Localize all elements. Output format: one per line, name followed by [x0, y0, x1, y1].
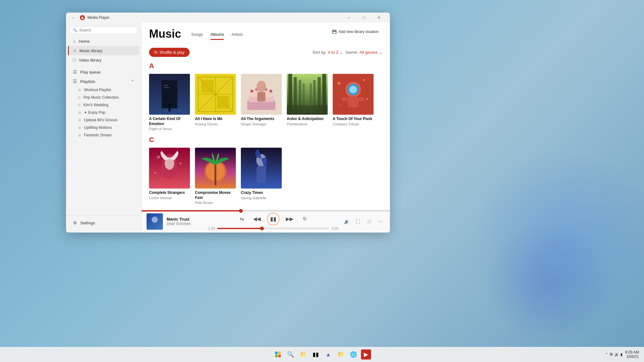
search-box[interactable]: 🔍 [70, 26, 137, 34]
taskbar-edge-button[interactable]: 🌐 [348, 349, 358, 359]
sidebar-item-upbeat[interactable]: ♫ Upbeat 80's Groove [68, 116, 139, 124]
window-controls: – □ ✕ [341, 13, 386, 23]
progress-thumb-main[interactable] [260, 227, 264, 230]
search-input[interactable] [79, 28, 135, 32]
album-artist-c1: Corbin Revival [149, 196, 190, 200]
shuffle-button[interactable]: ⇆ Shuffle & play [149, 48, 190, 57]
album-card-a4[interactable]: Ardor & Anticipation Pointlessknot [287, 74, 328, 131]
playlists-header-left: ☰ Playlists [73, 79, 95, 84]
chevron-up-tray-icon[interactable]: ⌃ [605, 352, 608, 357]
repeat-button[interactable]: ↻ [300, 214, 310, 224]
album-art-svg-c2 [195, 148, 236, 189]
svg-point-27 [269, 90, 272, 93]
album-card-a3[interactable]: All The Arguments Ginger Teenager [241, 74, 282, 131]
app-body: 🔍 ⌂ Home ♫ Music library □ Video library… [66, 23, 390, 233]
pause-button[interactable]: ▮▮ [267, 213, 280, 225]
album-card-c1[interactable]: Complete Strangers Corbin Revival [149, 148, 190, 205]
progress-track-main[interactable] [217, 228, 329, 229]
now-playing-info: Manic Trust Deaf Tortoises [167, 217, 204, 226]
playlist-label-wedding: Kim's Wedding [83, 103, 108, 107]
tab-albums[interactable]: Albums [207, 30, 228, 40]
sidebar-item-enjoy[interactable]: ♫ ✦ Enjoy Pop [68, 109, 139, 116]
volume-icon[interactable]: 🔊 [614, 352, 619, 357]
bg-blob-2 [487, 221, 613, 346]
svg-rect-17 [201, 80, 214, 93]
album-art-c1 [149, 148, 190, 189]
album-art-inner-c2 [195, 148, 236, 189]
album-card-c2[interactable]: Compromise Moves Fast Pete Brown [195, 148, 236, 205]
mini-player-button[interactable]: □ [365, 217, 374, 226]
playlists-icon: ☰ [73, 79, 77, 84]
sidebar-item-settings[interactable]: ⚙ Settings [68, 218, 139, 228]
sort-chevron-icon: ⌄ [340, 50, 343, 55]
taskbar-start-button[interactable] [273, 349, 283, 359]
sidebar-item-video-label: Video library [79, 58, 101, 63]
playlist-icon-wedding: □ [78, 103, 80, 107]
progress-track[interactable] [142, 210, 390, 211]
back-button[interactable]: ← [70, 14, 77, 21]
maximize-button[interactable]: □ [357, 13, 371, 23]
taskbar-store-button[interactable]: ▮▮ [311, 349, 321, 359]
content-scroll[interactable]: ⇆ Shuffle & play Sort by: A to Z ⌄ Genre… [142, 43, 390, 210]
taskbar-right: ⌃ ⌘ 🔊 ▮ 9:28 AM 10/6/21 [605, 350, 639, 359]
album-art-inner-a3 [241, 74, 282, 115]
taskbar-teams-button[interactable]: ▲ [323, 349, 333, 359]
close-button[interactable]: ✕ [372, 13, 386, 23]
playlist-icon-enjoy: ♫ [78, 110, 81, 115]
playlist-label-uplifting: Uplifting Motions [84, 125, 112, 130]
svg-rect-64 [241, 148, 282, 189]
taskbar-tray: ⌃ ⌘ 🔊 ▮ [605, 352, 623, 357]
album-title-c2: Compromise Moves Fast [195, 190, 236, 200]
taskbar-search-button[interactable]: 🔍 [286, 349, 296, 359]
tab-songs[interactable]: Songs [187, 30, 207, 40]
sidebar-item-music-label: Music library [80, 48, 103, 53]
album-card-a5[interactable]: A Touch Of Your Punk Compass Tribute [333, 74, 374, 131]
svg-point-49 [366, 98, 368, 100]
total-time: 3:29 [332, 227, 338, 230]
add-library-button[interactable]: 💾 Add new library location [328, 28, 382, 36]
sidebar-item-fantastic[interactable]: ♫ Fantastic Dream [68, 131, 139, 139]
sidebar-item-home[interactable]: ⌂ Home [68, 36, 139, 46]
genre-dropdown[interactable]: Genre: All genres ⌄ [346, 50, 382, 55]
taskbar-clock[interactable]: 9:28 AM 10/6/21 [625, 350, 639, 359]
battery-icon[interactable]: ▮ [620, 352, 623, 357]
album-title-a5: A Touch Of Your Punk [333, 117, 374, 122]
previous-button[interactable]: ◀◀ [252, 214, 262, 224]
wifi-icon[interactable]: ⌘ [609, 352, 613, 357]
album-card-a2[interactable]: All I Have Is Me Kicking Gloves [195, 74, 236, 131]
volume-button[interactable]: 🔊 [342, 217, 351, 226]
tab-artists[interactable]: Artists [228, 30, 247, 40]
sidebar-item-video-library[interactable]: □ Video library [68, 55, 139, 65]
svg-point-55 [179, 162, 182, 165]
next-button[interactable]: ▶▶ [285, 214, 295, 224]
sidebar-item-wedding[interactable]: □ Kim's Wedding [68, 101, 139, 109]
search-icon: 🔍 [73, 28, 77, 32]
sidebar: 🔍 ⌂ Home ♫ Music library □ Video library… [66, 23, 142, 233]
svg-point-67 [152, 217, 158, 223]
more-options-button[interactable]: ⋯ [376, 217, 385, 226]
tabs: Songs Albums Artists [187, 28, 247, 40]
progress-bar-container[interactable] [142, 210, 390, 211]
sidebar-item-pop[interactable]: □ Pop Music Collection [68, 94, 139, 101]
album-art-svg-a2 [195, 74, 236, 115]
sidebar-item-play-queue[interactable]: ☰ Play queue [68, 67, 139, 77]
sidebar-playlists-header[interactable]: ☰ Playlists ⌃ [68, 77, 139, 86]
sidebar-item-workout[interactable]: ♫ Workout Playlist [68, 86, 139, 94]
sidebar-item-music-library[interactable]: ♫ Music library [68, 46, 139, 55]
progress-thumb[interactable] [239, 209, 243, 213]
playlist-label-fantastic: Fantastic Dream [84, 133, 112, 137]
minimize-button[interactable]: – [341, 13, 356, 23]
taskbar: 🔍 📁 ▮▮ ▲ 📁 🌐 ▶ ⌃ ⌘ 🔊 ▮ 9:28 AM 10/6/21 [0, 347, 644, 362]
shuffle-playback-button[interactable]: ⇆ [237, 214, 247, 224]
taskbar-media-player-button[interactable]: ▶ [361, 349, 371, 359]
taskbar-files-button[interactable]: 📁 [298, 349, 308, 359]
album-card-c3[interactable]: Crazy Times Saving Gabrielle [241, 148, 282, 205]
svg-rect-5 [166, 85, 168, 86]
taskbar-explorer-button[interactable]: 📁 [336, 349, 346, 359]
sidebar-item-uplifting[interactable]: ♫ Uplifting Motions [68, 124, 139, 131]
fullscreen-button[interactable]: ⛶ [353, 217, 362, 226]
now-playing-art-svg [147, 213, 163, 230]
album-art-inner-c1 [149, 148, 190, 189]
sort-dropdown[interactable]: Sort by: A to Z ⌄ [313, 50, 343, 55]
album-card-a1[interactable]: A Certain Kind Of Emotion Flight of Venu… [149, 74, 190, 131]
